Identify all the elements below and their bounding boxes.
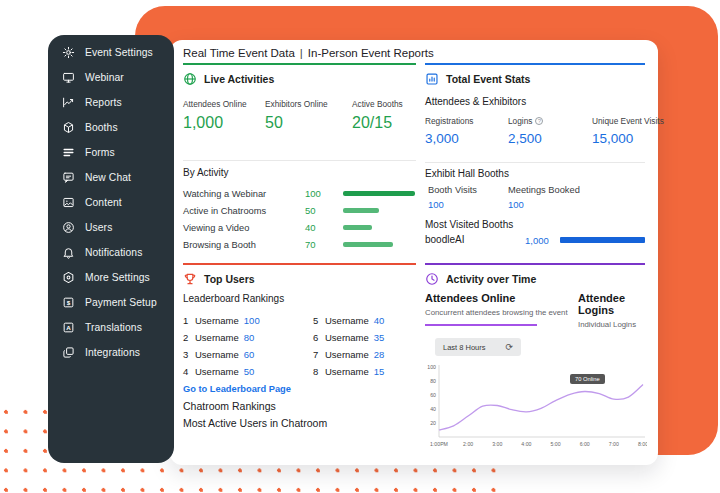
sidebar-item-content[interactable]: Content xyxy=(48,190,174,215)
go-to-leaderboard-link[interactable]: Go to Leaderboard Page xyxy=(183,384,291,394)
rank-name: Username xyxy=(325,349,369,360)
trophy-icon xyxy=(183,272,197,286)
stat-logins: Logins? 2,500 xyxy=(508,116,543,146)
title-separator: | xyxy=(300,47,303,59)
rank-row: 8Username15 xyxy=(313,363,425,380)
stat-label: Registrations xyxy=(425,116,473,126)
sidebar-item-label: Content xyxy=(85,197,122,208)
rank-name: Username xyxy=(195,349,239,360)
rank-col-1: 1Username100 2Username80 3Username60 4Us… xyxy=(183,312,295,380)
time-range-pill[interactable]: Last 8 Hours ⟳ xyxy=(435,338,521,356)
section-title-text: Total Event Stats xyxy=(446,73,530,85)
sidebar-item-label: More Settings xyxy=(85,272,150,283)
rank-row: 2Username80 xyxy=(183,329,295,346)
stat-exhibitors-online: Exhibitors Online 50 xyxy=(265,99,328,132)
sidebar-item-users[interactable]: Users xyxy=(48,215,174,240)
rank-number: 3 xyxy=(183,349,195,360)
stat-unique-event-visits: Unique Event Visits 15,000 xyxy=(592,116,664,146)
total-event-stats-section-title: Total Event Stats xyxy=(425,72,530,86)
sidebar-item-reports[interactable]: Reports xyxy=(48,90,174,115)
page-title: Real Time Event Data|In-Person Event Rep… xyxy=(183,47,434,59)
dollar-icon: $ xyxy=(62,296,75,309)
rank-value: 35 xyxy=(374,332,385,343)
tab-subtitle: Concurrent attendees browsing the event xyxy=(425,308,568,317)
sidebar-item-more-settings[interactable]: More Settings xyxy=(48,265,174,290)
line-chart-icon xyxy=(62,96,75,109)
help-icon[interactable]: ? xyxy=(535,117,543,125)
sidebar-item-notifications[interactable]: Notifications xyxy=(48,240,174,265)
gear-icon xyxy=(62,46,75,59)
tab-label: Attendees Online xyxy=(425,292,568,304)
globe-icon xyxy=(183,72,197,86)
tab-attendees-online[interactable]: Attendees Online Concurrent attendees br… xyxy=(425,292,568,317)
booth-bar xyxy=(560,237,645,243)
top-users-section-title: Top Users xyxy=(183,272,255,286)
activity-over-time-section-title: Activity over Time xyxy=(425,272,536,286)
bell-icon xyxy=(62,246,75,259)
rank-number: 2 xyxy=(183,332,195,343)
stat-value: 100 xyxy=(428,199,477,210)
sidebar-item-label: Translations xyxy=(85,322,142,333)
divider xyxy=(425,162,645,163)
sidebar-item-event-settings[interactable]: Event Settings xyxy=(48,40,174,65)
sidebar-item-translations[interactable]: A Translations xyxy=(48,315,174,340)
activity-label: Viewing a Video xyxy=(183,223,305,233)
stat-value: 1,000 xyxy=(183,114,247,132)
tab-attendee-logins[interactable]: Attendee Logins Individual Logins xyxy=(578,292,658,329)
page-title-right: In-Person Event Reports xyxy=(308,47,434,59)
rank-name: Username xyxy=(195,332,239,343)
sidebar-item-payment-setup[interactable]: $ Payment Setup xyxy=(48,290,174,315)
left-column-accent-rule xyxy=(183,63,416,65)
activity-row-webinar: Watching a Webinar 100 xyxy=(183,185,416,202)
page-title-left: Real Time Event Data xyxy=(183,47,295,59)
rank-value: 40 xyxy=(374,315,385,326)
rank-number: 5 xyxy=(313,315,325,326)
integrations-icon xyxy=(62,346,75,359)
rank-number: 4 xyxy=(183,366,195,377)
booth-value: 1,000 xyxy=(525,235,549,246)
rank-value: 80 xyxy=(244,332,255,343)
sidebar-item-label: Integrations xyxy=(85,347,140,358)
stat-attendees-online: Attendees Online 1,000 xyxy=(183,99,247,132)
main-panel: Real Time Event Data|In-Person Event Rep… xyxy=(170,40,658,465)
rank-row: 3Username60 xyxy=(183,346,295,363)
monitor-icon xyxy=(62,71,75,84)
stat-label: Unique Event Visits xyxy=(592,116,664,126)
stat-value: 100 xyxy=(508,199,580,210)
rank-row: 4Username50 xyxy=(183,363,295,380)
activity-bar xyxy=(343,242,415,247)
tab-subtitle: Individual Logins xyxy=(578,320,658,329)
activity-label: Active in Chatrooms xyxy=(183,206,305,216)
stat-value: 3,000 xyxy=(425,131,473,146)
chart-tooltip: 70 Online xyxy=(570,374,605,384)
translate-icon: A xyxy=(62,321,75,334)
rank-value: 50 xyxy=(244,366,255,377)
rank-col-2: 5Username40 6Username35 7Username28 8Use… xyxy=(313,312,425,380)
user-icon xyxy=(62,221,75,234)
rank-value: 60 xyxy=(244,349,255,360)
sidebar-item-label: Users xyxy=(85,222,112,233)
sidebar-item-forms[interactable]: Forms xyxy=(48,140,174,165)
stat-label-text: Logins xyxy=(508,116,532,126)
sidebar-item-booths[interactable]: Booths xyxy=(48,115,174,140)
series-line xyxy=(439,385,643,431)
sidebar-item-integrations[interactable]: Integrations xyxy=(48,340,174,365)
most-active-users-heading: Most Active Users in Chatroom xyxy=(183,417,327,429)
activity-value: 50 xyxy=(305,205,343,216)
rank-row: 7Username28 xyxy=(313,346,425,363)
activity-row-booth: Browsing a Booth 70 xyxy=(183,236,416,253)
activity-bar xyxy=(343,191,415,196)
history-clock-icon: ⟳ xyxy=(505,342,513,352)
sidebar-item-new-chat[interactable]: New Chat xyxy=(48,165,174,190)
x-tick-label: 8:00 xyxy=(638,441,647,447)
sidebar-item-webinar[interactable]: Webinar xyxy=(48,65,174,90)
section-title-text: Activity over Time xyxy=(446,273,536,285)
y-tick-label: 100 xyxy=(427,364,436,370)
stat-value: 15,000 xyxy=(592,131,664,146)
x-tick-label: 6:00 xyxy=(580,441,590,447)
section-title-text: Live Activities xyxy=(204,73,274,85)
tab-label: Attendee Logins xyxy=(578,292,658,316)
activity-value: 70 xyxy=(305,239,343,250)
x-tick-label: 4:00 xyxy=(521,441,531,447)
rank-value: 28 xyxy=(374,349,385,360)
